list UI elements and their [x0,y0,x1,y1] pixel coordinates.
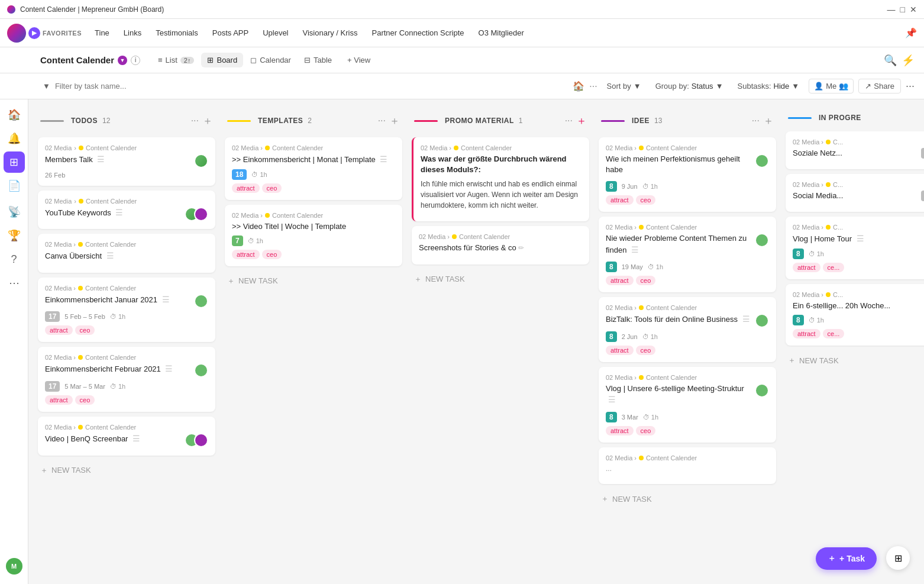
info-icon[interactable]: i [131,56,140,65]
avatar-2 [194,433,208,447]
pin-icon[interactable]: 📌 [905,27,917,38]
idee-new-task[interactable]: ＋ NEW TASK [599,489,776,509]
close-button[interactable]: ✕ [910,5,917,14]
sidebar-icon-board[interactable]: ⊞ [4,151,25,173]
templates-new-task[interactable]: ＋ NEW TASK [225,271,402,291]
card-social-media[interactable]: 02 Media › C... Social Media... 1 [786,174,924,212]
column-templates-header: TEMPLATES 2 ··· ＋ [225,109,402,133]
user-avatar[interactable]: M [6,558,22,575]
templates-more-button[interactable]: ··· [378,115,386,126]
automation-button[interactable]: ⚡ [902,54,915,67]
card-meta: 17 5 Mar – 5 Mar ⏱ 1h [45,381,208,392]
card-canva-ubersicht[interactable]: 02 Media › Content Calender Canva Übersi… [38,234,215,273]
window-controls[interactable]: — □ ✕ [887,5,917,14]
home-icon[interactable]: 🏠 [573,80,584,92]
promo-add-button[interactable]: ＋ [576,114,587,128]
search-button[interactable]: 🔍 [884,54,897,67]
tab-table[interactable]: ⊟ Table [298,53,338,67]
grid-view-button[interactable]: ⊞ [886,546,910,570]
card-idee-extra[interactable]: 02 Media › Content Calender ... [599,447,776,485]
card-description: Ich fühle mich erwischt und hab es endli… [421,179,582,211]
promo-new-task[interactable]: ＋ NEW TASK [412,269,589,289]
card-screenshots[interactable]: 02 Media › Content Calender Screenshots … [412,226,589,264]
subtasks-label: Subtasks: [738,82,771,91]
favorites-label: FAVORITES [43,30,82,37]
card-nie-wieder[interactable]: 02 Media › Content Calender Nie wieder P… [599,217,776,292]
group-dropdown-icon: ▼ [716,82,723,91]
idee-more-button[interactable]: ··· [752,115,760,126]
fab-plus-icon: ＋ [828,553,836,564]
sidebar-icon-goals[interactable]: 🏆 [4,225,25,246]
card-biztalk[interactable]: 02 Media › Content Calender BizTalk: Too… [599,297,776,362]
badge: 7 [232,235,243,246]
tab-calendar-label: Calendar [260,56,291,64]
card-video-benq[interactable]: 02 Media › Content Calender Video | BenQ… [38,417,215,456]
card-date: 2 Jun [622,333,638,340]
expand-button[interactable]: ▶ [28,27,40,39]
card-title: Canva Übersicht ☰ [45,250,208,262]
promo-more-button[interactable]: ··· [565,115,573,126]
sidebar-icon-more[interactable]: ⋯ [4,272,25,293]
add-task-fab[interactable]: ＋ + Task [816,547,877,570]
card-promo-durchbruch[interactable]: 02 Media › Content Calender Was war der … [412,137,589,221]
card-6-stellige[interactable]: 02 Media › C... Ein 6-stellige... 20h Wo… [786,284,924,346]
todos-new-task[interactable]: ＋ NEW TASK [38,460,215,480]
column-idee: IDEE 13 ··· ＋ 02 Media › Content Calende… [599,109,776,509]
minimize-button[interactable]: — [887,5,896,14]
maximize-button[interactable]: □ [900,5,905,14]
nav-item-tine[interactable]: Tine [89,26,115,40]
app-icon [7,5,15,14]
nav-item-links[interactable]: Links [118,26,147,40]
inprogress-new-task[interactable]: ＋ NEW TASK [786,350,924,370]
me-button[interactable]: 👤 Me 👥 [809,79,854,93]
breadcrumb-dot [78,286,83,291]
add-view-button[interactable]: + View [341,53,376,67]
share-button[interactable]: ↗ Share [858,79,901,93]
sidebar-icon-radio[interactable]: 📡 [4,201,25,222]
card-title: Was war der größte Durchbruch wärend die… [421,154,582,175]
card-einkommensbericht-jan[interactable]: 02 Media › Content Calender Einkommensbe… [38,278,215,343]
nav-item-posts-app[interactable]: Posts APP [206,26,254,40]
tab-board[interactable]: ⊞ Board [201,53,243,67]
card-einkommensbericht-template[interactable]: 02 Media › Content Calender >> Einkommen… [225,137,402,200]
sidebar-icon-home[interactable]: 🏠 [4,104,25,125]
card-perfektionismus[interactable]: 02 Media › Content Calender Wie ich mein… [599,137,776,212]
filter-input[interactable] [55,82,568,91]
card-tags: attract ceo [606,426,769,435]
card-vlog-home-tour[interactable]: 02 Media › C... Vlog | Home Tour ☰ 8 ⏱ 1… [786,217,924,279]
avatar-group [185,433,208,447]
group-button[interactable]: Group by: Status ▼ [651,79,728,93]
card-avatar [755,233,769,247]
card-video-titel-template[interactable]: 02 Media › Content Calender >> Video Tit… [225,205,402,266]
card-einkommensbericht-feb[interactable]: 02 Media › Content Calender Einkommensbe… [38,347,215,412]
tab-calendar[interactable]: ◻ Calendar [244,53,297,67]
more-options-icon[interactable]: ··· [589,81,597,92]
sort-button[interactable]: Sort by ▼ [602,79,646,93]
card-soziale-netz[interactable]: 02 Media › C... Soziale Netz... 1 [786,131,924,169]
description-icon: ☰ [608,395,616,404]
card-members-talk[interactable]: 02 Media › Content Calender Members Talk… [38,137,215,186]
column-idee-header: IDEE 13 ··· ＋ [599,109,776,133]
filter-button[interactable]: ▼ [43,82,50,91]
todos-more-button[interactable]: ··· [191,115,199,126]
templates-add-button[interactable]: ＋ [389,114,400,128]
sidebar-icon-help[interactable]: ? [4,249,25,270]
nav-item-uplevel[interactable]: Uplevel [257,26,294,40]
card-time: ⏱ 1h [809,250,824,257]
todos-add-button[interactable]: ＋ [202,114,213,128]
card-vlog-meeting[interactable]: 02 Media › Content Calender Vlog | Unser… [599,367,776,443]
card-avatar [194,294,208,308]
sidebar-icon-notifications[interactable]: 🔔 [4,128,25,149]
nav-item-visionary[interactable]: Visionary / Kriss [297,26,364,40]
tab-list[interactable]: ≡ List 2↑ [152,53,200,67]
badge: 17 [45,381,60,392]
card-youtube-keywords[interactable]: 02 Media › Content Calender YouTube Keyw… [38,191,215,230]
nav-item-testimonials[interactable]: Testimonials [150,26,204,40]
extra-options-button[interactable]: ··· [906,80,915,92]
idee-add-button[interactable]: ＋ [763,114,774,128]
badge: 8 [793,249,804,259]
nav-item-partner[interactable]: Partner Connection Scripte [366,26,470,40]
subtasks-button[interactable]: Subtasks: Hide ▼ [733,79,805,93]
nav-item-o3[interactable]: O3 Mitglieder [473,26,530,40]
sidebar-icon-docs[interactable]: 📄 [4,175,25,196]
